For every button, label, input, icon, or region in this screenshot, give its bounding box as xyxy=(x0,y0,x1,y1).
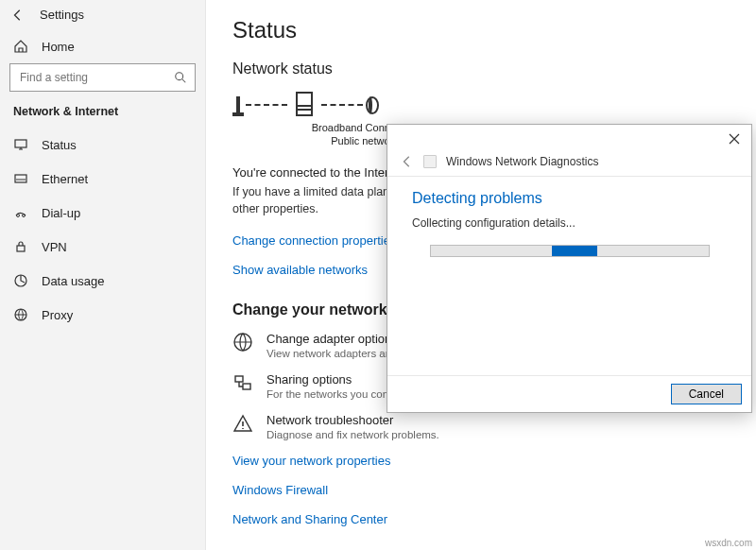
sidebar-item-proxy[interactable]: Proxy xyxy=(0,298,205,332)
home-label: Home xyxy=(42,40,75,54)
svg-rect-8 xyxy=(297,93,312,106)
page-title: Status xyxy=(232,17,730,43)
dialog-substep: Collecting configuration details... xyxy=(412,216,727,230)
sidebar-item-datausage[interactable]: Data usage xyxy=(0,264,205,298)
router-icon xyxy=(293,91,316,119)
network-status-heading: Network status xyxy=(232,60,730,77)
sidebar-nav: Status Ethernet Dial-up VPN Data usage P… xyxy=(0,128,205,332)
option-troubleshooter[interactable]: Network troubleshooter Diagnose and fix … xyxy=(232,413,730,440)
cancel-button[interactable]: Cancel xyxy=(671,384,742,404)
sidebar-item-label: Dial-up xyxy=(42,206,80,220)
device-icon xyxy=(236,98,240,112)
link-windows-firewall[interactable]: Windows Firewall xyxy=(232,483,730,497)
svg-rect-5 xyxy=(17,246,25,251)
search-input[interactable] xyxy=(18,70,174,85)
back-icon[interactable] xyxy=(11,9,25,22)
link-network-sharing-center[interactable]: Network and Sharing Center xyxy=(232,512,730,526)
warning-icon xyxy=(232,413,253,434)
sidebar-item-status[interactable]: Status xyxy=(0,128,205,162)
sidebar-item-dialup[interactable]: Dial-up xyxy=(0,196,205,230)
sidebar-header: Settings xyxy=(0,0,205,27)
connection-line-icon xyxy=(321,104,363,106)
option-desc: Diagnose and fix network problems. xyxy=(266,429,439,440)
sidebar-item-label: Data usage xyxy=(42,274,105,288)
svg-point-3 xyxy=(17,215,20,217)
dialog-app-icon xyxy=(423,155,437,168)
sidebar-item-label: Ethernet xyxy=(42,172,88,186)
home-icon xyxy=(13,39,28,54)
dialup-icon xyxy=(13,205,28,220)
adapter-icon xyxy=(232,332,253,352)
dialog-titlebar xyxy=(387,125,751,153)
dialog-body: Detecting problems Collecting configurat… xyxy=(387,177,751,375)
sidebar-section-label: Network & Internet xyxy=(0,101,205,128)
svg-rect-1 xyxy=(15,140,26,147)
dialog-footer: Cancel xyxy=(387,375,751,412)
dialog-header: Windows Network Diagnostics xyxy=(387,153,751,177)
sidebar-item-label: Status xyxy=(42,138,77,152)
sharing-icon xyxy=(232,372,253,393)
vpn-icon xyxy=(13,239,28,254)
svg-point-0 xyxy=(176,73,183,80)
network-diagram xyxy=(232,87,730,119)
search-container xyxy=(0,63,205,101)
dialog-back-icon[interactable] xyxy=(401,155,414,168)
sidebar-item-ethernet[interactable]: Ethernet xyxy=(0,162,205,196)
datausage-icon xyxy=(13,273,28,288)
progress-indicator xyxy=(552,246,597,256)
close-icon[interactable] xyxy=(723,129,746,148)
search-box[interactable] xyxy=(9,63,196,92)
search-icon xyxy=(174,71,187,84)
dialog-app-title: Windows Network Diagnostics xyxy=(446,155,598,168)
sidebar: Settings Home Network & Internet Status xyxy=(0,0,206,550)
globe-icon xyxy=(369,98,372,112)
link-view-network-properties[interactable]: View your network properties xyxy=(232,454,730,468)
progress-bar xyxy=(430,245,710,257)
connection-line-icon xyxy=(246,104,287,106)
sidebar-item-label: VPN xyxy=(42,240,67,254)
proxy-icon xyxy=(13,307,28,322)
sidebar-item-label: Proxy xyxy=(42,308,73,322)
sidebar-item-vpn[interactable]: VPN xyxy=(0,230,205,264)
svg-rect-10 xyxy=(235,376,243,382)
sidebar-home[interactable]: Home xyxy=(0,27,205,63)
ethernet-icon xyxy=(13,171,28,186)
network-diagnostics-dialog: Windows Network Diagnostics Detecting pr… xyxy=(387,124,752,413)
settings-window: Settings Home Network & Internet Status xyxy=(0,0,756,550)
option-title: Network troubleshooter xyxy=(266,413,439,427)
status-icon xyxy=(13,137,28,152)
watermark: wsxdn.com xyxy=(705,538,752,548)
dialog-step: Detecting problems xyxy=(412,190,727,207)
svg-rect-11 xyxy=(243,384,250,389)
svg-point-4 xyxy=(23,215,26,217)
window-title: Settings xyxy=(40,8,84,22)
